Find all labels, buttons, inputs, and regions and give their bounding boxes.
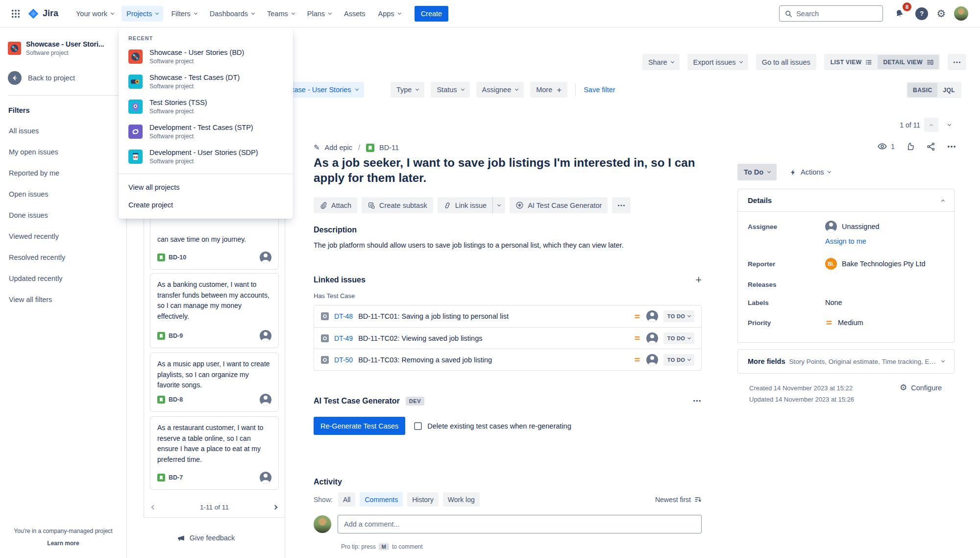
more-fields-panel[interactable]: More fields Story Points, Original estim… — [737, 349, 955, 374]
create-project-link[interactable]: Create project — [119, 196, 293, 214]
sidebar-item-done-issues[interactable]: Done issues — [0, 204, 126, 226]
give-feedback-button[interactable]: Give feedback — [127, 518, 285, 558]
previous-issue-button[interactable] — [924, 118, 938, 132]
assign-to-me-link[interactable]: Assign to me — [825, 237, 866, 245]
sidebar-item-all-issues[interactable]: All issues — [0, 120, 126, 141]
nav-dashboards[interactable]: Dashboards — [205, 6, 259, 22]
search-input[interactable] — [796, 10, 870, 18]
menu-item-project[interactable]: Test Stories (TSS)Software project — [119, 94, 293, 119]
nav-plans[interactable]: Plans — [302, 6, 336, 22]
status-dropdown[interactable]: TO DO — [663, 310, 694, 322]
assignee-avatar[interactable] — [260, 330, 271, 342]
linked-issue-key[interactable]: DT-49 — [334, 334, 353, 342]
status-dropdown[interactable]: TO DO — [663, 332, 694, 344]
header-more-button[interactable] — [948, 54, 966, 70]
link-issue-dropdown-button[interactable] — [493, 197, 505, 213]
export-issues-button[interactable]: Export issues — [687, 54, 748, 70]
ai-test-case-generator-button[interactable]: AI Test Case Generator — [510, 197, 608, 213]
configure-button[interactable]: ⚙ Configure — [900, 383, 942, 392]
reporter-value[interactable]: Bake Technologies Pty Ltd — [842, 260, 926, 268]
nav-projects[interactable]: Projects — [122, 6, 163, 22]
issue-card[interactable]: As a banking customer, I want to transfe… — [150, 273, 279, 348]
type-filter-chip[interactable]: Type — [391, 82, 424, 98]
notifications-button[interactable]: 8 — [891, 6, 907, 22]
share-button[interactable]: Share — [642, 54, 680, 70]
assignee-filter-chip[interactable]: Assignee — [476, 82, 524, 98]
issue-more-button[interactable] — [947, 142, 956, 152]
tab-work-log[interactable]: Work log — [443, 492, 480, 507]
add-epic-link[interactable]: Add epic — [325, 144, 352, 152]
assignee-value[interactable]: Unassigned — [842, 223, 880, 230]
nav-teams[interactable]: Teams — [262, 6, 299, 22]
status-dropdown-button[interactable]: To Do — [737, 164, 777, 180]
actions-dropdown-button[interactable]: Actions — [789, 164, 831, 180]
menu-item-project[interactable]: Development - Test Cases (STP)Software p… — [119, 119, 293, 144]
assignee-avatar[interactable] — [646, 354, 658, 366]
save-filter-link[interactable]: Save filter — [584, 86, 615, 94]
sidebar-item-viewed-recently[interactable]: Viewed recently — [0, 226, 126, 247]
jql-tab[interactable]: JQL — [937, 83, 960, 97]
back-to-project[interactable]: Back to project — [8, 71, 119, 85]
basic-tab[interactable]: BASIC — [907, 83, 937, 97]
view-all-filters-link[interactable]: View all filters — [9, 296, 52, 304]
menu-item-project[interactable]: Showcase - Test Cases (DT)Software proje… — [119, 69, 293, 94]
issue-card[interactable]: As a music app user, I want to create pl… — [150, 353, 279, 412]
assignee-avatar[interactable] — [260, 394, 271, 406]
nav-your-work[interactable]: Your work — [71, 6, 119, 22]
comment-input[interactable] — [338, 515, 702, 533]
next-issue-button[interactable] — [942, 118, 956, 132]
linked-issue-summary[interactable]: BD-11-TC01: Saving a job listing to pers… — [358, 312, 509, 320]
link-issue-button[interactable]: Link issue — [438, 197, 492, 213]
details-panel-header[interactable]: Details — [738, 189, 954, 212]
linked-issue-row[interactable]: DT-50 BD-11-TC03: Removing a saved job l… — [314, 349, 701, 370]
issue-title[interactable]: As a job seeker, I want to save job list… — [314, 155, 706, 185]
issue-card[interactable]: As a restaurant customer, I want to rese… — [150, 416, 279, 490]
linked-issue-summary[interactable]: BD-11-TC03: Removing a saved job listing — [358, 356, 492, 364]
linked-issue-row[interactable]: DT-49 BD-11-TC02: Viewing saved job list… — [314, 327, 701, 349]
more-filters-chip[interactable]: More+ — [530, 82, 567, 98]
like-button[interactable] — [906, 142, 915, 152]
regenerate-test-cases-button[interactable]: Re-Generate Test Cases — [314, 417, 405, 435]
sort-order-button[interactable]: Newest first — [655, 496, 702, 504]
ai-section-more-button[interactable] — [692, 396, 702, 406]
tab-history[interactable]: History — [407, 492, 439, 507]
view-all-projects-link[interactable]: View all projects — [119, 178, 293, 196]
linked-issue-key[interactable]: DT-50 — [334, 356, 353, 364]
issue-key-link[interactable]: BD-11 — [379, 144, 399, 152]
labels-value[interactable]: None — [825, 299, 842, 306]
sidebar-item-updated-recently[interactable]: Updated recently — [0, 268, 126, 289]
create-subtask-button[interactable]: Create subtask — [362, 197, 433, 213]
app-switcher-icon[interactable] — [8, 6, 24, 22]
learn-more-link[interactable]: Learn more — [47, 540, 79, 547]
list-view-tab[interactable]: LIST VIEW — [825, 55, 878, 69]
toolbar-more-button[interactable] — [612, 197, 631, 213]
attach-button[interactable]: Attach — [314, 197, 357, 213]
linked-issue-summary[interactable]: BD-11-TC02: Viewing saved job listings — [358, 334, 482, 342]
status-filter-chip[interactable]: Status — [431, 82, 469, 98]
share-icon[interactable] — [926, 142, 936, 152]
user-avatar[interactable] — [954, 6, 968, 21]
detail-view-tab[interactable]: DETAIL VIEW — [878, 55, 939, 69]
linked-issue-key[interactable]: DT-48 — [334, 312, 353, 320]
go-to-all-issues-button[interactable]: Go to all issues — [756, 54, 816, 70]
global-search[interactable] — [779, 5, 883, 22]
tab-comments[interactable]: Comments — [360, 492, 403, 507]
assignee-avatar[interactable] — [260, 252, 271, 263]
sidebar-item-open-issues[interactable]: Open issues — [0, 183, 126, 204]
nav-assets[interactable]: Assets — [339, 6, 370, 22]
settings-gear-icon[interactable]: ⚙ — [936, 8, 946, 19]
sidebar-item-my-open-issues[interactable]: My open issues — [0, 141, 126, 162]
add-linked-issue-button[interactable]: + — [695, 275, 702, 285]
help-icon[interactable]: ? — [915, 7, 928, 20]
watchers-button[interactable]: 1 — [877, 141, 895, 152]
menu-item-project[interactable]: Development - User Stories (SDP)Software… — [119, 144, 293, 169]
sidebar-item-reported-by-me[interactable]: Reported by me — [0, 162, 126, 183]
menu-item-project[interactable]: Showcase - User Stories (BD)Software pro… — [119, 44, 293, 69]
create-button[interactable]: Create — [415, 6, 449, 22]
nav-apps[interactable]: Apps — [373, 6, 406, 22]
sidebar-item-resolved-recently[interactable]: Resolved recently — [0, 247, 126, 268]
assignee-avatar[interactable] — [646, 332, 658, 344]
tab-all[interactable]: All — [338, 492, 356, 507]
checkbox[interactable] — [414, 422, 422, 430]
assignee-avatar[interactable] — [646, 310, 658, 322]
